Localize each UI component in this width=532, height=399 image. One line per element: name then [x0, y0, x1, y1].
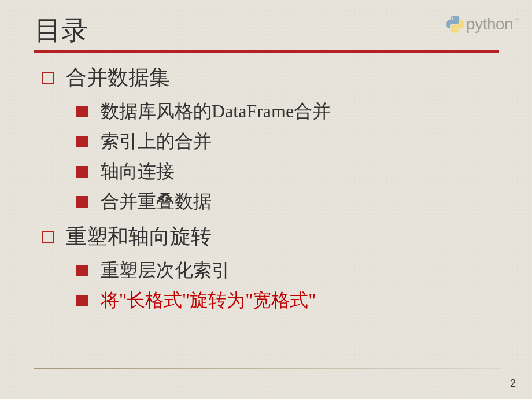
solid-square-bullet-icon	[76, 166, 88, 178]
footer-divider-thin	[34, 371, 502, 371]
page-title: 目录	[35, 13, 88, 49]
toc-item-highlighted: 将"长格式"旋转为"宽格式"	[76, 288, 331, 313]
solid-square-bullet-icon	[76, 136, 88, 147]
solid-square-bullet-icon	[76, 196, 88, 208]
toc-item-text: 数据库风格的DataFrame合并	[101, 99, 331, 124]
section-heading: 重塑和轴向旋转	[42, 223, 331, 251]
toc-item-text: 重塑层次化索引	[101, 258, 230, 283]
solid-square-bullet-icon	[76, 295, 88, 306]
toc-item: 合并重叠数据	[76, 189, 331, 215]
toc-item: 数据库风格的DataFrame合并	[76, 99, 331, 124]
toc-item: 重塑层次化索引	[76, 258, 331, 283]
python-logo-icon	[446, 16, 464, 33]
solid-square-bullet-icon	[76, 106, 88, 117]
footer-divider	[34, 368, 502, 369]
toc-item: 索引上的合并	[76, 129, 331, 154]
logo-tm: ™	[515, 17, 519, 23]
toc-item-text: 索引上的合并	[101, 129, 212, 154]
section-heading: 合并数据集	[42, 64, 331, 92]
hollow-square-bullet-icon	[42, 231, 54, 243]
toc-item: 轴向连接	[76, 159, 331, 184]
section-heading-text: 合并数据集	[66, 64, 170, 92]
title-underline	[34, 50, 499, 53]
solid-square-bullet-icon	[76, 265, 88, 276]
python-logo: python ™	[446, 15, 519, 34]
toc-item-text: 合并重叠数据	[101, 189, 212, 215]
page-number: 2	[510, 378, 516, 390]
logo-text: python	[466, 15, 513, 34]
toc-item-text: 将"长格式"旋转为"宽格式"	[101, 288, 316, 313]
toc-content: 合并数据集 数据库风格的DataFrame合并 索引上的合并 轴向连接 合并重叠…	[42, 64, 331, 318]
hollow-square-bullet-icon	[42, 72, 54, 84]
section-heading-text: 重塑和轴向旋转	[66, 223, 212, 251]
toc-item-text: 轴向连接	[101, 159, 175, 184]
